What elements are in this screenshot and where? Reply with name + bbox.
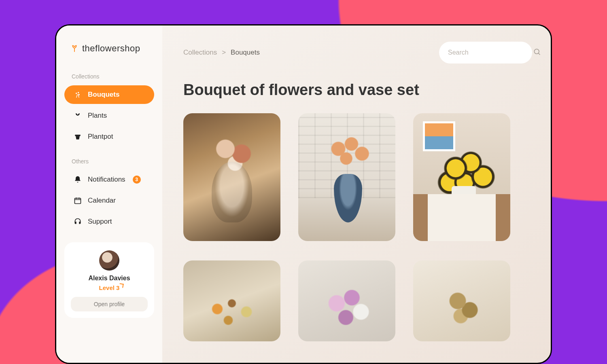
sidebar-item-notifications[interactable]: Notifications 3 xyxy=(64,170,154,189)
sidebar-item-label: Plants xyxy=(88,112,107,120)
pot-icon xyxy=(73,132,82,141)
sidebar-item-calendar[interactable]: Calendar xyxy=(64,191,154,210)
product-card[interactable] xyxy=(298,260,395,341)
sidebar-item-label: Notifications xyxy=(88,176,125,184)
desktop-background: theflowershop Collections Bouquets Plant… xyxy=(0,0,607,364)
sidebar-item-plantpot[interactable]: Plantpot xyxy=(64,127,154,146)
svg-rect-4 xyxy=(75,198,81,203)
sidebar-item-plants[interactable]: Plants xyxy=(64,106,154,125)
bouquet-icon xyxy=(73,90,82,99)
search-box[interactable] xyxy=(439,42,532,63)
sidebar-item-bouquets[interactable]: Bouquets xyxy=(64,85,154,104)
product-grid xyxy=(183,113,532,341)
sidebar-item-label: Support xyxy=(88,218,112,226)
search-input[interactable] xyxy=(448,49,529,56)
chevron-right-icon: > xyxy=(222,49,226,57)
profile-level: Level 3 xyxy=(99,284,120,291)
breadcrumb: Collections > Bouquets xyxy=(183,49,260,57)
svg-point-2 xyxy=(79,94,80,95)
section-label-collections: Collections xyxy=(72,73,154,80)
main-content: Collections > Bouquets Bouquet of flower… xyxy=(162,25,551,363)
notification-badge: 3 xyxy=(133,176,141,184)
topbar: Collections > Bouquets xyxy=(183,42,532,63)
product-card[interactable] xyxy=(413,113,510,241)
product-card[interactable] xyxy=(298,113,395,241)
breadcrumb-current: Bouquets xyxy=(231,49,260,57)
sidebar-item-support[interactable]: Support xyxy=(64,212,154,231)
tulip-icon xyxy=(70,44,79,53)
breadcrumb-root[interactable]: Collections xyxy=(183,49,217,57)
app-window: theflowershop Collections Bouquets Plant… xyxy=(55,24,552,364)
product-card[interactable] xyxy=(183,260,280,341)
brand-name: theflowershop xyxy=(82,43,140,54)
search-icon[interactable] xyxy=(533,48,541,57)
profile-name: Alexis Davies xyxy=(88,275,130,282)
svg-point-1 xyxy=(78,92,79,93)
product-card[interactable] xyxy=(413,260,510,341)
svg-point-5 xyxy=(534,49,539,54)
section-label-others: Others xyxy=(72,158,154,165)
svg-rect-3 xyxy=(75,135,80,136)
brand[interactable]: theflowershop xyxy=(70,43,154,54)
product-card[interactable] xyxy=(183,113,280,241)
plant-icon xyxy=(73,111,82,120)
page-title: Bouquet of flowers and vase set xyxy=(183,81,532,99)
sidebar-item-label: Bouquets xyxy=(88,91,119,99)
svg-point-0 xyxy=(76,93,77,94)
calendar-icon xyxy=(73,196,82,205)
headset-icon xyxy=(73,217,82,226)
sidebar-item-label: Calendar xyxy=(88,197,116,205)
open-profile-button[interactable]: Open profile xyxy=(71,297,148,311)
profile-card: Alexis Davies Level 3 Open profile xyxy=(64,242,154,318)
sidebar-item-label: Plantpot xyxy=(88,133,113,141)
sidebar: theflowershop Collections Bouquets Plant… xyxy=(56,25,162,363)
bell-icon xyxy=(73,175,82,184)
avatar[interactable] xyxy=(99,250,119,271)
